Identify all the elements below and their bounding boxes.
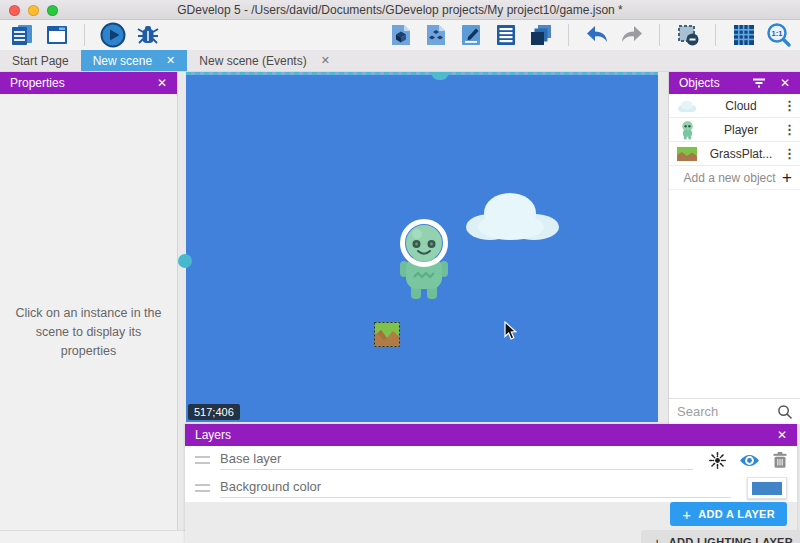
toolbar: 1:1 (0, 20, 800, 50)
zoom-1-1-icon[interactable]: 1:1 (765, 22, 792, 49)
add-a-layer-button[interactable]: + ADD A LAYER (670, 502, 787, 526)
plus-icon: + (682, 506, 691, 523)
object-menu-icon[interactable]: ⋮ (783, 98, 795, 113)
tab-new-scene[interactable]: New scene ✕ (81, 50, 188, 71)
close-icon[interactable]: ✕ (777, 428, 787, 442)
object-menu-icon[interactable]: ⋮ (783, 122, 795, 137)
filter-icon[interactable] (752, 78, 766, 88)
search-icon (777, 404, 792, 419)
drag-handle-icon[interactable] (195, 456, 210, 464)
close-icon[interactable]: ✕ (780, 76, 790, 90)
tab-label: Start Page (12, 54, 69, 68)
background-color-picker[interactable] (747, 477, 787, 499)
grid-icon[interactable] (730, 22, 757, 49)
toolbar-right-group: 1:1 (387, 22, 792, 49)
properties-panel-header: Properties ✕ (0, 72, 177, 94)
objects-panel: Objects ✕ Cloud ⋮ Player ⋮ (668, 72, 800, 424)
objects-panel-title: Objects (679, 76, 720, 90)
background-color-label: Background color (220, 479, 731, 498)
grass-platform-thumbnail-icon (675, 147, 699, 161)
object-row-grassplatform[interactable]: GrassPlat... ⋮ (669, 142, 800, 166)
player-thumbnail-icon (675, 120, 699, 140)
add-a-layer-label: ADD A LAYER (698, 508, 775, 520)
selection-ring[interactable] (400, 219, 448, 267)
tab-close-icon[interactable]: ✕ (321, 54, 330, 67)
cloud-thumbnail-icon (675, 99, 699, 113)
objects-stack-icon[interactable] (527, 22, 554, 49)
tab-label: New scene (Events) (199, 54, 306, 68)
panel-resize-handle[interactable] (431, 72, 449, 80)
toolbar-separator (715, 24, 716, 46)
panel-drag-grip[interactable] (178, 254, 192, 268)
bottom-strip (0, 530, 186, 543)
layer-delete-trash-icon[interactable] (773, 452, 787, 468)
toolbar-separator (659, 24, 660, 46)
zoom-ratio-label: 1:1 (771, 29, 782, 38)
close-icon[interactable]: ✕ (157, 76, 167, 90)
cloud-instance[interactable] (463, 190, 561, 242)
tab-new-scene-events[interactable]: New scene (Events) ✕ (187, 50, 342, 71)
layer-name-field[interactable]: Base layer (220, 451, 693, 470)
instances-list-icon[interactable] (492, 22, 519, 49)
tab-label: New scene (93, 54, 152, 68)
gdevelop-window: GDevelop 5 - /Users/david/Documents/GDev… (0, 0, 800, 543)
plus-icon: + (653, 534, 662, 543)
layer-actions (709, 452, 787, 469)
traffic-lights (9, 5, 58, 16)
publish-icon[interactable] (422, 22, 449, 49)
add-lighting-layer-label: ADD LIGHTING LAYER (669, 536, 793, 543)
export-icon[interactable] (387, 22, 414, 49)
layers-panel-title: Layers (195, 428, 231, 442)
start-page-icon[interactable] (43, 22, 70, 49)
object-name: Player (699, 123, 783, 137)
add-lighting-layer-button[interactable]: + ADD LIGHTING LAYER (641, 530, 800, 543)
add-new-object-label: Add a new object (677, 171, 782, 185)
window-title: GDevelop 5 - /Users/david/Documents/GDev… (0, 3, 800, 17)
zoom-window-button[interactable] (47, 5, 58, 16)
background-color-swatch[interactable] (752, 482, 782, 495)
layers-panel-header: Layers ✕ (185, 424, 797, 446)
plus-icon: + (782, 169, 792, 186)
layer-row-base-layer[interactable]: Base layer (185, 446, 797, 474)
layers-footer: + ADD A LAYER + ADD LIGHTING LAYER (185, 502, 797, 543)
drag-handle-icon[interactable] (195, 484, 210, 492)
grass-platform-instance[interactable] (374, 322, 400, 347)
search-input[interactable] (677, 404, 771, 419)
add-new-object-button[interactable]: Add a new object + (669, 166, 800, 190)
edit-scene-icon[interactable] (457, 22, 484, 49)
objects-search-bar (669, 398, 800, 424)
titlebar: GDevelop 5 - /Users/david/Documents/GDev… (0, 0, 800, 20)
debug-icon[interactable] (134, 22, 161, 49)
tab-close-icon[interactable]: ✕ (166, 54, 175, 67)
object-name: GrassPlat... (699, 147, 783, 161)
layer-effects-icon[interactable] (709, 452, 726, 469)
toolbar-separator (568, 24, 569, 46)
project-manager-icon[interactable] (8, 22, 35, 49)
object-name: Cloud (699, 99, 783, 113)
object-row-player[interactable]: Player ⋮ (669, 118, 800, 142)
tab-start-page[interactable]: Start Page (0, 50, 81, 71)
layers-panel: Layers ✕ Base layer (185, 424, 797, 543)
toolbar-separator (84, 24, 85, 46)
layer-visibility-eye-icon[interactable] (739, 453, 760, 468)
mouse-cursor-icon (504, 321, 518, 341)
mask-icon[interactable] (674, 22, 701, 49)
layer-row-background-color[interactable]: Background color (185, 474, 797, 502)
undo-icon[interactable] (583, 22, 610, 49)
properties-panel: Properties ✕ Click on an instance in the… (0, 72, 178, 530)
object-row-cloud[interactable]: Cloud ⋮ (669, 94, 800, 118)
scene-canvas[interactable]: 517;406 (186, 72, 658, 422)
toolbar-left-group (8, 22, 161, 49)
main-area: Properties ✕ Click on an instance in the… (0, 72, 800, 543)
tab-bar: Start Page New scene ✕ New scene (Events… (0, 50, 800, 72)
cursor-coordinates-badge: 517;406 (188, 404, 240, 420)
close-window-button[interactable] (9, 5, 20, 16)
redo-icon[interactable] (618, 22, 645, 49)
properties-panel-title: Properties (10, 76, 65, 90)
preview-icon[interactable] (99, 22, 126, 49)
object-menu-icon[interactable]: ⋮ (783, 146, 795, 161)
properties-empty-message: Click on an instance in the scene to dis… (0, 304, 177, 360)
minimize-window-button[interactable] (28, 5, 39, 16)
objects-panel-header: Objects ✕ (669, 72, 800, 94)
panel-resize-border[interactable] (186, 72, 658, 75)
